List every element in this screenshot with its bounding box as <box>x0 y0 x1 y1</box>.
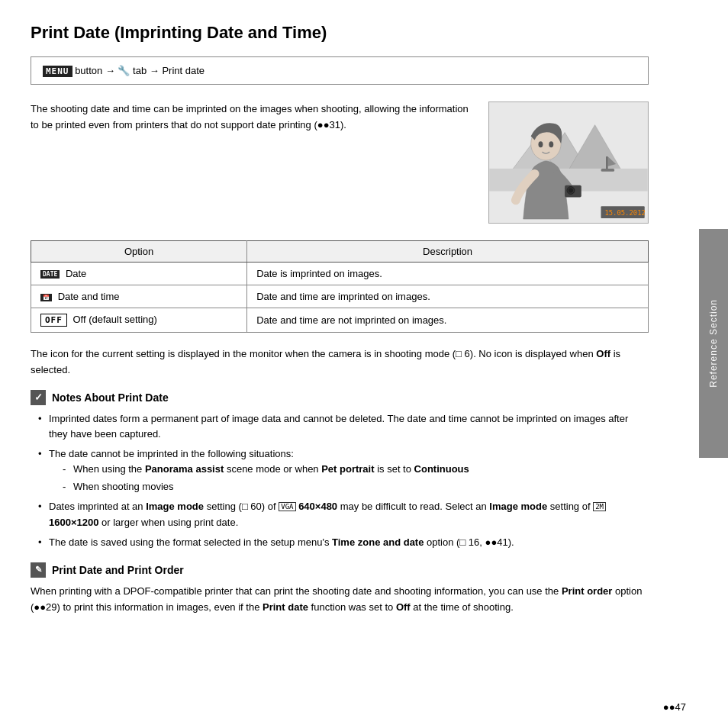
page-number: ●●47 <box>663 701 686 713</box>
pencil-icon: ✎ <box>31 562 46 578</box>
option-date: DATE Date <box>31 263 247 285</box>
table-header-option: Option <box>31 241 247 263</box>
note-item-3: Dates imprinted at an Image mode setting… <box>38 499 649 530</box>
print-order-header: ✎ Print Date and Print Order <box>31 562 649 578</box>
svg-rect-7 <box>601 169 614 172</box>
note-item-2: The date cannot be imprinted in the foll… <box>38 446 649 494</box>
reference-sidebar-label: Reference Section <box>708 299 719 388</box>
print-order-section: ✎ Print Date and Print Order When printi… <box>31 562 649 616</box>
date-icon: DATE <box>40 270 60 279</box>
description-date: Date is imprinted on images. <box>247 263 649 285</box>
table-row: 📅 Date and time Date and time are imprin… <box>31 285 649 308</box>
note-item-4: The date is saved using the format selec… <box>38 535 649 550</box>
page-title: Print Date (Imprinting Date and Time) <box>31 23 649 43</box>
svg-rect-5 <box>606 156 607 170</box>
options-table: Option Description DATE Date Date is imp… <box>31 240 649 333</box>
svg-point-11 <box>569 188 573 193</box>
notes-header: ✓ Notes About Print Date <box>31 390 649 405</box>
svg-point-13 <box>549 141 553 147</box>
table-row: OFF Off (default setting) Date and time … <box>31 308 649 333</box>
table-header-description: Description <box>247 241 649 263</box>
option-date-label: Date <box>66 268 86 279</box>
intro-text: The shooting date and time can be imprin… <box>31 101 473 134</box>
off-icon: OFF <box>40 314 67 327</box>
reference-sidebar: Reference Section <box>699 229 728 458</box>
intro-section: The shooting date and time can be imprin… <box>31 101 649 224</box>
note-item-1: Imprinted dates form a permanent part of… <box>38 411 649 442</box>
check-icon: ✓ <box>31 390 46 405</box>
table-row: DATE Date Date is imprinted on images. <box>31 263 649 285</box>
menu-tag: MENU <box>43 66 72 77</box>
sub-note-2: When shooting movies <box>63 479 649 494</box>
option-date-time: 📅 Date and time <box>31 285 247 308</box>
description-date-time: Date and time are imprinted on images. <box>247 285 649 308</box>
print-order-body: When printing with a DPOF-compatible pri… <box>31 584 649 616</box>
option-off-label: Off (default setting) <box>73 314 157 325</box>
camera-illustration: 15.05.2012 <box>488 101 649 224</box>
page-number-text: ●●47 <box>663 701 686 713</box>
svg-text:15.05.2012: 15.05.2012 <box>604 209 645 217</box>
sub-bullet-list: When using the Panorama assist scene mod… <box>49 462 649 494</box>
print-order-title: Print Date and Print Order <box>52 564 184 576</box>
sub-note-1: When using the Panorama assist scene mod… <box>63 462 649 477</box>
notes-bullet-list: Imprinted dates form a permanent part of… <box>31 411 649 550</box>
notes-title: Notes About Print Date <box>52 391 169 404</box>
menu-path-label: button → 🔧 tab → Print date <box>75 65 205 76</box>
description-off: Date and time are not imprinted on image… <box>247 308 649 333</box>
notes-section: ✓ Notes About Print Date Imprinted dates… <box>31 390 649 550</box>
option-date-time-label: Date and time <box>58 291 120 302</box>
menu-path-box: MENU button → 🔧 tab → Print date <box>31 56 649 85</box>
svg-point-12 <box>539 141 543 147</box>
body-text: The icon for the current setting is disp… <box>31 346 649 378</box>
main-content: Print Date (Imprinting Date and Time) ME… <box>0 0 687 649</box>
date-time-icon: 📅 <box>40 294 52 301</box>
option-off: OFF Off (default setting) <box>31 308 247 333</box>
